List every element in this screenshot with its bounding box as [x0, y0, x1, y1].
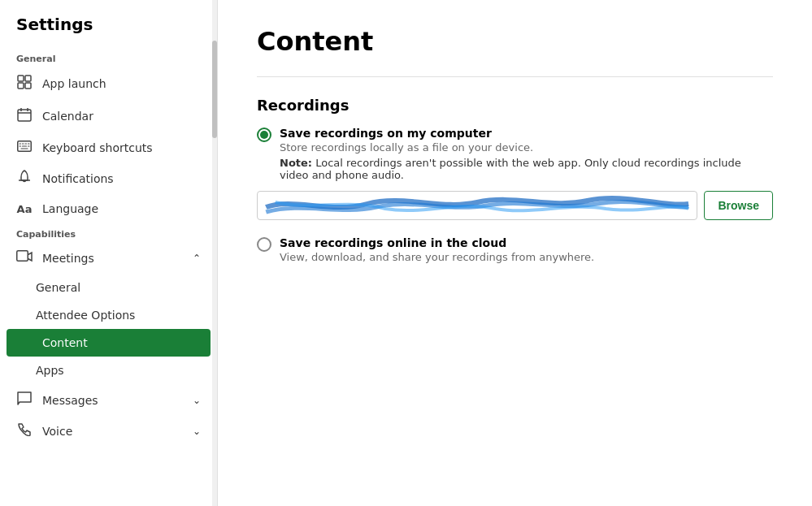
main-content: Content Recordings Save recordings on my… [218, 0, 812, 506]
voice-chevron-down-icon: ⌄ [193, 426, 201, 437]
page-title: Content [257, 26, 773, 57]
svg-rect-2 [18, 83, 24, 89]
sidebar: Settings General App launch Calendar [0, 0, 218, 506]
svg-rect-3 [25, 83, 31, 89]
sidebar-item-app-launch[interactable]: App launch [0, 67, 217, 100]
svg-rect-0 [18, 76, 24, 81]
messages-icon [16, 391, 33, 409]
sidebar-item-content[interactable]: Content [7, 329, 211, 357]
sidebar-item-meetings-label: Meetings [42, 252, 94, 265]
sidebar-section-capabilities: Capabilities [0, 223, 217, 243]
radio-option-local[interactable]: Save recordings on my computer Store rec… [257, 127, 773, 181]
sidebar-item-meetings[interactable]: Meetings ⌃ [0, 243, 217, 274]
sidebar-item-meetings-general[interactable]: General [0, 274, 217, 301]
keyboard-icon [16, 140, 33, 155]
sidebar-item-language-label: Language [42, 202, 98, 215]
radio-cloud-label: Save recordings online in the cloud [280, 236, 594, 249]
sidebar-item-attendee-options-label: Attendee Options [36, 309, 135, 322]
svg-rect-4 [18, 110, 31, 121]
radio-cloud-desc: View, download, and share your recording… [280, 251, 594, 263]
path-row: Browse [257, 191, 773, 220]
svg-rect-1 [25, 76, 31, 81]
recordings-heading: Recordings [257, 97, 773, 114]
sidebar-item-calendar[interactable]: Calendar [0, 100, 217, 132]
meetings-icon [16, 250, 33, 266]
sidebar-item-voice[interactable]: Voice ⌄ [0, 416, 217, 447]
sidebar-item-language[interactable]: Aa Language [0, 195, 217, 223]
radio-local-content: Save recordings on my computer Store rec… [280, 127, 773, 181]
language-icon: Aa [16, 203, 33, 215]
sidebar-item-attendee-options[interactable]: Attendee Options [0, 301, 217, 329]
radio-local-desc: Store recordings locally as a file on yo… [280, 141, 773, 154]
sidebar-item-notifications[interactable]: Notifications [0, 162, 217, 195]
svg-rect-18 [17, 251, 28, 262]
app-launch-icon [16, 75, 33, 93]
sidebar-item-messages[interactable]: Messages ⌄ [0, 384, 217, 416]
meetings-chevron-up-icon: ⌃ [193, 253, 201, 264]
note-text: Local recordings aren't possible with th… [280, 157, 741, 181]
radio-local-note: Note: Local recordings aren't possible w… [280, 157, 773, 181]
sidebar-item-app-launch-label: App launch [42, 77, 106, 90]
radio-local-label: Save recordings on my computer [280, 127, 773, 140]
calendar-icon [16, 107, 33, 125]
sidebar-section-general: General [0, 47, 217, 67]
sidebar-item-meetings-general-label: General [36, 281, 80, 294]
sidebar-item-voice-label: Voice [42, 425, 72, 438]
messages-chevron-down-icon: ⌄ [193, 395, 201, 406]
browse-button[interactable]: Browse [704, 191, 773, 220]
radio-cloud-button[interactable] [257, 237, 271, 252]
path-input[interactable] [257, 191, 697, 220]
sidebar-title: Settings [0, 0, 217, 47]
sidebar-item-calendar-label: Calendar [42, 110, 93, 123]
radio-cloud-content: Save recordings online in the cloud View… [280, 236, 594, 263]
sidebar-item-apps[interactable]: Apps [0, 357, 217, 384]
sidebar-item-notifications-label: Notifications [42, 172, 114, 185]
radio-option-cloud[interactable]: Save recordings online in the cloud View… [257, 236, 773, 263]
path-input-wrapper [257, 191, 697, 220]
note-bold-label: Note: [280, 157, 312, 169]
voice-icon [16, 423, 33, 439]
sidebar-item-content-label: Content [42, 336, 88, 349]
sidebar-item-keyboard-shortcuts-label: Keyboard shortcuts [42, 141, 153, 154]
notifications-icon [16, 170, 33, 188]
sidebar-item-messages-label: Messages [42, 394, 98, 407]
section-divider [257, 76, 773, 77]
sidebar-item-apps-label: Apps [36, 364, 64, 377]
sidebar-item-keyboard-shortcuts[interactable]: Keyboard shortcuts [0, 132, 217, 162]
radio-local-button[interactable] [257, 128, 271, 142]
